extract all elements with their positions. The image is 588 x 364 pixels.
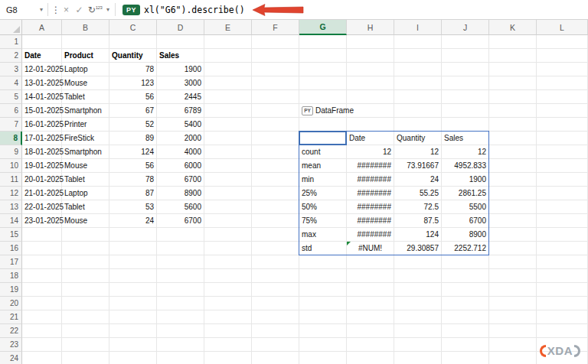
cell-E14[interactable] xyxy=(204,214,252,228)
cell-D9[interactable]: 4000 xyxy=(157,145,204,159)
row-header-7[interactable]: 7 xyxy=(0,118,22,132)
cell-J13[interactable]: 5500 xyxy=(442,200,489,214)
cell-E17[interactable] xyxy=(204,255,252,269)
cell-H14[interactable]: ######## xyxy=(347,214,394,228)
cell-I13[interactable]: 72.5 xyxy=(394,200,442,214)
cell-L11[interactable] xyxy=(537,173,588,187)
cell-H19[interactable] xyxy=(347,283,394,297)
cell-B1[interactable] xyxy=(62,35,109,49)
column-header-D[interactable]: D xyxy=(157,20,204,35)
cell-I24[interactable] xyxy=(394,352,442,364)
column-header-A[interactable]: A xyxy=(22,20,62,35)
cell-B22[interactable] xyxy=(62,324,109,338)
cell-D16[interactable] xyxy=(157,242,204,255)
column-header-G[interactable]: G xyxy=(299,20,347,35)
cell-C21[interactable] xyxy=(109,310,157,324)
cell-H4[interactable] xyxy=(347,76,394,90)
cell-K23[interactable] xyxy=(489,338,537,352)
cell-E4[interactable] xyxy=(204,76,252,90)
row-header-6[interactable]: 6 xyxy=(0,104,22,118)
cell-L5[interactable] xyxy=(537,90,588,104)
cell-A2[interactable]: Date xyxy=(22,49,62,63)
cell-F21[interactable] xyxy=(252,310,299,324)
cell-E8[interactable] xyxy=(204,132,252,145)
cell-B20[interactable] xyxy=(62,297,109,310)
cell-D3[interactable]: 1900 xyxy=(157,63,204,76)
cell-K4[interactable] xyxy=(489,76,537,90)
cell-G23[interactable] xyxy=(299,338,347,352)
cell-F23[interactable] xyxy=(252,338,299,352)
cell-J24[interactable] xyxy=(442,352,489,364)
row-header-19[interactable]: 19 xyxy=(0,283,22,297)
cell-F6[interactable] xyxy=(252,104,299,118)
cell-F4[interactable] xyxy=(252,76,299,90)
cell-K5[interactable] xyxy=(489,90,537,104)
cell-A3[interactable]: 12-01-2025 xyxy=(22,63,62,76)
cell-H22[interactable] xyxy=(347,324,394,338)
cell-G5[interactable] xyxy=(299,90,347,104)
row-header-13[interactable]: 13 xyxy=(0,200,22,214)
cell-C13[interactable]: 53 xyxy=(109,200,157,214)
cell-K11[interactable] xyxy=(489,173,537,187)
cell-C24[interactable] xyxy=(109,352,157,364)
cell-K7[interactable] xyxy=(489,118,537,132)
cell-D1[interactable] xyxy=(157,35,204,49)
cell-I16[interactable]: 29.30857 xyxy=(394,242,442,255)
cell-H3[interactable] xyxy=(347,63,394,76)
row-header-1[interactable]: 1 xyxy=(0,35,22,49)
cell-G24[interactable] xyxy=(299,352,347,364)
cell-F10[interactable] xyxy=(252,159,299,173)
cell-G13[interactable]: 50% xyxy=(299,200,347,214)
cell-J3[interactable] xyxy=(442,63,489,76)
cell-D17[interactable] xyxy=(157,255,204,269)
cell-K16[interactable] xyxy=(489,242,537,255)
cell-I20[interactable] xyxy=(394,297,442,310)
cell-I4[interactable] xyxy=(394,76,442,90)
cell-I11[interactable]: 24 xyxy=(394,173,442,187)
cell-I14[interactable]: 87.5 xyxy=(394,214,442,228)
cell-H18[interactable] xyxy=(347,269,394,283)
python-output-type-icon[interactable]: ↻123 xyxy=(86,5,104,15)
cell-I5[interactable] xyxy=(394,90,442,104)
cell-D15[interactable] xyxy=(157,228,204,242)
cell-F8[interactable] xyxy=(252,132,299,145)
cell-H8[interactable]: Date xyxy=(347,132,394,145)
cell-L20[interactable] xyxy=(537,297,588,310)
cell-J1[interactable] xyxy=(442,35,489,49)
row-header-23[interactable]: 23 xyxy=(0,338,22,352)
cell-J23[interactable] xyxy=(442,338,489,352)
cell-E21[interactable] xyxy=(204,310,252,324)
row-header-3[interactable]: 3 xyxy=(0,63,22,76)
cell-D2[interactable]: Sales xyxy=(157,49,204,63)
cell-J17[interactable] xyxy=(442,255,489,269)
cell-B8[interactable]: FireStick xyxy=(62,132,109,145)
cell-D6[interactable]: 6789 xyxy=(157,104,204,118)
cell-G1[interactable] xyxy=(299,35,347,49)
cell-I2[interactable] xyxy=(394,49,442,63)
cell-H16[interactable]: #NUM! xyxy=(347,242,394,255)
cell-E2[interactable] xyxy=(204,49,252,63)
cell-J14[interactable]: 6700 xyxy=(442,214,489,228)
cell-B23[interactable] xyxy=(62,338,109,352)
cell-H5[interactable] xyxy=(347,90,394,104)
cell-K1[interactable] xyxy=(489,35,537,49)
cell-C19[interactable] xyxy=(109,283,157,297)
cell-C5[interactable]: 56 xyxy=(109,90,157,104)
cell-D24[interactable] xyxy=(157,352,204,364)
cell-E6[interactable] xyxy=(204,104,252,118)
cell-F3[interactable] xyxy=(252,63,299,76)
cell-G4[interactable] xyxy=(299,76,347,90)
cell-L14[interactable] xyxy=(537,214,588,228)
cell-I12[interactable]: 55.25 xyxy=(394,187,442,200)
cell-E23[interactable] xyxy=(204,338,252,352)
cell-K18[interactable] xyxy=(489,269,537,283)
cell-D10[interactable]: 6000 xyxy=(157,159,204,173)
column-header-J[interactable]: J xyxy=(442,20,489,35)
cell-L18[interactable] xyxy=(537,269,588,283)
cell-J9[interactable]: 12 xyxy=(442,145,489,159)
cell-A6[interactable]: 15-01-2025 xyxy=(22,104,62,118)
row-header-8[interactable]: 8 xyxy=(0,132,22,145)
cell-G2[interactable] xyxy=(299,49,347,63)
cell-E19[interactable] xyxy=(204,283,252,297)
cell-E18[interactable] xyxy=(204,269,252,283)
